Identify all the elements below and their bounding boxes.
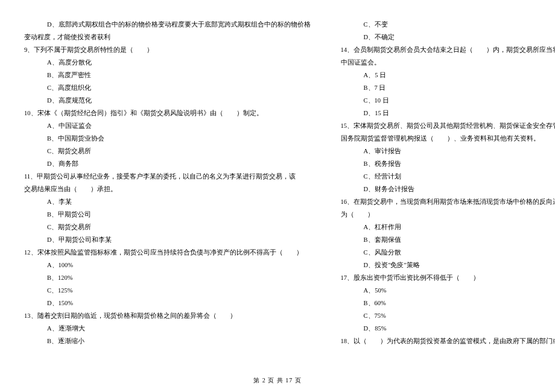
- q17-option-a: A、50%: [341, 284, 555, 297]
- q12-option-c: C、125%: [24, 284, 311, 297]
- right-column: C、不变 D、不确定 14、会员制期货交易所会员大会结束之日起（ ）内，期货交易…: [326, 18, 555, 374]
- q9-stem: 9、下列不属于期货交易所特性的是（ ）: [24, 43, 311, 56]
- q11-option-a: A、李某: [24, 195, 311, 208]
- q14-option-c: C、10 日: [341, 94, 555, 107]
- q9-option-b: B、高度严密性: [24, 69, 311, 81]
- q11-option-c: C、期货交易所: [24, 221, 311, 233]
- q17-option-d: D、85%: [341, 322, 555, 335]
- q16-stem-line1: 16、在期货交易中，当现货商利用期货市场来抵消现货市场中价格的反向运动时，这个过…: [341, 195, 555, 208]
- q16-stem-line2: 为（ ）: [341, 208, 555, 221]
- q14-option-a: A、5 日: [341, 69, 555, 81]
- q15-option-b: B、税务报告: [341, 157, 555, 170]
- q13-stem: 13、随着交割日期的临近，现货价格和期货价格之间的差异将会（ ）: [24, 309, 311, 322]
- q11-option-d: D、甲期货公司和李某: [24, 233, 311, 246]
- q10-option-b: B、中国期货业协会: [24, 132, 311, 145]
- page-container: D、底部跨式期权组合中的标的物价格变动程度要大于底部宽跨式期权组合中的标的物价格…: [0, 0, 555, 392]
- q8-option-d-line1: D、底部跨式期权组合中的标的物价格变动程度要大于底部宽跨式期权组合中的标的物价格: [24, 18, 311, 31]
- q16-option-b: B、套期保值: [341, 233, 555, 246]
- q18-stem: 18、以（ ）为代表的期货投资基金的监管模式，是由政府下属的部门或直接隶属于立法…: [341, 335, 555, 347]
- q15-option-d: D、财务会计报告: [341, 183, 555, 195]
- q16-option-c: C、风险分散: [341, 246, 555, 259]
- q15-stem-line2: 国务院期货监督管理机构报送（ ）、业务资料和其他有关资料。: [341, 132, 555, 145]
- q11-option-b: B、甲期货公司: [24, 208, 311, 221]
- q13-option-d: D、不确定: [341, 31, 555, 43]
- q12-option-a: A、100%: [24, 259, 311, 271]
- q16-option-a: A、杠杆作用: [341, 221, 555, 233]
- q9-option-a: A、高度分散化: [24, 56, 311, 69]
- q15-stem-line1: 15、宋体期货交易所、期货公司及其他期货经营机构、期货保证金安全存管监控机构，应…: [341, 119, 555, 132]
- q8-option-d-line2: 变动程度，才能使投资者获利: [24, 31, 311, 43]
- q11-stem-line2: 交易结果应当由（ ）承担。: [24, 183, 311, 195]
- q9-option-d: D、高度规范化: [24, 94, 311, 107]
- q10-option-a: A、中国证监会: [24, 119, 311, 132]
- q13-option-b: B、逐渐缩小: [24, 335, 311, 347]
- q17-stem: 17、股东出资中货币出资比例不得低于（ ）: [341, 271, 555, 284]
- page-footer: 第 2 页 共 17 页: [0, 376, 555, 385]
- q13-option-c: C、不变: [341, 18, 555, 31]
- q15-option-a: A、审计报告: [341, 145, 555, 157]
- q10-stem: 10、宋体《（期货经纪合同）指引》和《期货交易风险说明书》由（ ）制定。: [24, 107, 311, 119]
- q12-stem: 12、宋体按照风险监管指标标准，期货公司应当持续符合负债与净资产的比例不得高于（…: [24, 246, 311, 259]
- q14-stem-line2: 中国证监会。: [341, 56, 555, 69]
- q17-option-c: C、75%: [341, 309, 555, 322]
- q11-stem-line1: 11、甲期货公司从事经纪业务，接受客户李某的委托，以自己的名义为李某进行期货交易…: [24, 170, 311, 183]
- q12-option-d: D、150%: [24, 297, 311, 309]
- q13-option-a: A、逐渐增大: [24, 322, 311, 335]
- q14-stem-line1: 14、会员制期货交易所会员大会结束之日起（ ）内，期货交易所应当将大会全部文件报…: [341, 43, 555, 56]
- q17-option-b: B、60%: [341, 297, 555, 309]
- q16-option-d: D、投资"免疫"策略: [341, 259, 555, 271]
- q10-option-c: C、期货交易所: [24, 145, 311, 157]
- q10-option-d: D、商务部: [24, 157, 311, 170]
- q14-option-b: B、7 日: [341, 81, 555, 94]
- q12-option-b: B、120%: [24, 271, 311, 284]
- q9-option-c: C、高度组织化: [24, 81, 311, 94]
- left-column: D、底部跨式期权组合中的标的物价格变动程度要大于底部宽跨式期权组合中的标的物价格…: [24, 18, 326, 374]
- q15-option-c: C、经营计划: [341, 170, 555, 183]
- q14-option-d: D、15 日: [341, 107, 555, 119]
